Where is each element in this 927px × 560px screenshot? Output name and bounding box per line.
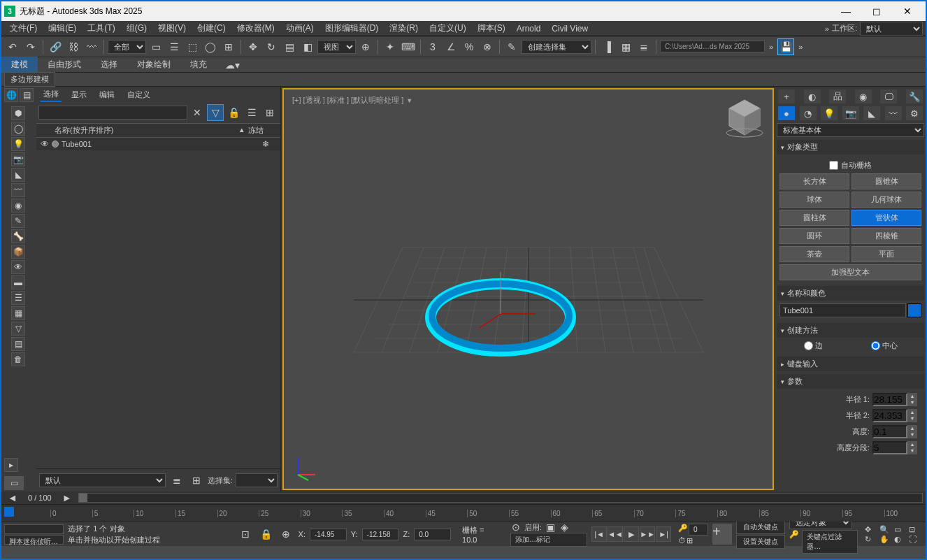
world-icon[interactable]: 🌐 <box>4 88 18 102</box>
menu-grapheditor[interactable]: 图形编辑器(D) <box>319 21 385 36</box>
hierarchy-tab-icon[interactable]: 品 <box>829 89 846 103</box>
prim-pyramid[interactable]: 四棱锥 <box>851 228 921 244</box>
window-crossing-icon[interactable]: ⊞ <box>220 38 237 55</box>
filter-helper-icon[interactable]: ◣ <box>11 168 25 182</box>
nav-orbit-icon[interactable]: ↻ <box>865 535 879 544</box>
menu-render[interactable]: 渲染(R) <box>384 21 424 36</box>
nav-dolly-icon[interactable]: ✋ <box>879 535 893 544</box>
filter-layer-icon[interactable]: ☰ <box>11 291 25 305</box>
motion-tab-icon[interactable]: ◉ <box>855 89 872 103</box>
filter-shape-icon[interactable]: ◯ <box>11 122 25 136</box>
project-path[interactable]: C:\Users\Ad…ds Max 2025 <box>660 41 765 52</box>
close-button[interactable]: ✕ <box>892 1 923 21</box>
rollout-name-color[interactable]: 名称和颜色 <box>777 286 924 301</box>
radius1-spinner[interactable]: ▲▼ <box>907 393 917 406</box>
col-name[interactable]: 名称(按升序排序) <box>55 125 240 136</box>
display-tab-icon[interactable]: 🖵 <box>880 89 897 103</box>
create-tab-icon[interactable]: + <box>778 89 795 103</box>
ribbon-tab-modeling[interactable]: 建模 <box>1 57 38 73</box>
nav-fov-icon[interactable]: ▭ <box>894 525 908 534</box>
cameras-icon[interactable]: 📷 <box>842 106 859 120</box>
ribbon-dropdown-icon[interactable]: ☁▾ <box>224 57 240 73</box>
scene-search-input[interactable] <box>38 106 187 120</box>
filter-toggle-icon[interactable]: ▽ <box>207 104 224 121</box>
method-center-radio[interactable]: 中心 <box>871 340 898 351</box>
expand-icon[interactable]: ▸ <box>4 458 18 472</box>
hseg-input[interactable] <box>872 441 907 454</box>
method-edge-radio[interactable]: 边 <box>804 340 823 351</box>
timeline[interactable]: 0510152025303540455055606570758085909510… <box>1 504 926 522</box>
placement-icon[interactable]: ◧ <box>299 38 316 55</box>
viewport[interactable]: [+] [透视 ] [标准 ] [默认明暗处理 ]▼ <box>282 88 774 490</box>
prim-box[interactable]: 长方体 <box>779 173 849 189</box>
geometry-icon[interactable]: ● <box>778 106 795 120</box>
coord-display-icon[interactable]: ⊕ <box>278 526 294 543</box>
filter-all-icon[interactable]: ▦ <box>11 306 25 320</box>
menu-arnold[interactable]: Arnold <box>511 22 547 35</box>
prim-cylinder[interactable]: 圆柱体 <box>779 210 849 226</box>
autogrid-check[interactable] <box>829 161 838 170</box>
add-time-tag[interactable]: 添加…标记 <box>510 533 587 547</box>
viewcube[interactable] <box>724 96 766 138</box>
scene-explorer-icon[interactable]: ▤ <box>20 88 34 102</box>
filter-light-icon[interactable]: 💡 <box>11 137 25 151</box>
autokey-button[interactable]: 自动关键点 <box>736 520 785 534</box>
filter-none-icon[interactable]: ▽ <box>11 322 25 336</box>
helpers-icon[interactable]: ◣ <box>863 106 880 120</box>
col-freeze[interactable]: 冻结 <box>248 125 276 136</box>
enable-a-icon[interactable]: ▣ <box>545 522 556 532</box>
layer-button[interactable]: ▭ <box>4 476 24 490</box>
visibility-icon[interactable]: 👁 <box>41 139 49 149</box>
select-object-icon[interactable]: ▭ <box>148 38 164 55</box>
key-filter-button[interactable]: 关键点过滤器… <box>802 530 858 554</box>
select-manipulate-icon[interactable]: ✦ <box>382 38 398 55</box>
radius1-input[interactable] <box>872 393 907 406</box>
key-icon[interactable]: 🔑 <box>789 530 801 541</box>
selection-filter[interactable]: 全部 <box>108 40 146 54</box>
prim-tube[interactable]: 管状体 <box>851 210 921 226</box>
goto-start-icon[interactable]: |◄ <box>591 526 607 542</box>
rollout-object-type[interactable]: 对象类型 <box>777 140 924 155</box>
layer-add-icon[interactable]: ⊞ <box>188 472 205 489</box>
list-view-icon[interactable]: ☰ <box>243 104 260 121</box>
scene-item[interactable]: 👁 Tube001 ❄ <box>36 138 280 150</box>
rollout-keyboard-entry[interactable]: 键盘输入 <box>777 357 924 371</box>
goto-end-icon[interactable]: ►| <box>656 526 671 542</box>
nav-pan-icon[interactable]: ✥ <box>865 525 879 534</box>
radius2-spinner[interactable]: ▲▼ <box>907 409 917 422</box>
prim-teapot[interactable]: 茶壶 <box>779 246 849 262</box>
tree-view-icon[interactable]: ⊞ <box>261 104 278 121</box>
time-config2-icon[interactable]: ⊞ <box>687 536 693 545</box>
color-swatch[interactable] <box>907 303 921 317</box>
mirror-icon[interactable]: ▐ <box>599 38 616 55</box>
height-input[interactable] <box>872 425 907 438</box>
scale-icon[interactable]: ▤ <box>281 38 298 55</box>
filter-spacewarp-icon[interactable]: 〰 <box>11 183 25 197</box>
menu-civilview[interactable]: Civil View <box>546 22 594 35</box>
z-coord[interactable]: 0.0 <box>414 529 451 540</box>
named-sel-set[interactable]: 创建选择集 <box>522 40 591 54</box>
ribbon-tab-fill[interactable]: 填充 <box>180 57 217 73</box>
filter-group-icon[interactable]: ◉ <box>11 199 25 213</box>
scene-tab-edit[interactable]: 编辑 <box>96 88 117 101</box>
menu-view[interactable]: 视图(V) <box>152 21 192 36</box>
systems-icon[interactable]: ⚙ <box>906 106 923 120</box>
filter-xref-icon[interactable]: ✎ <box>11 214 25 228</box>
nav-walk-icon[interactable]: ◐ <box>894 535 908 544</box>
nav-max-icon[interactable]: ⛶ <box>909 535 923 544</box>
percent-snap-icon[interactable]: % <box>461 38 477 55</box>
height-spinner[interactable]: ▲▼ <box>907 425 917 438</box>
keyboard-shortcut-icon[interactable]: ⌨ <box>400 38 417 55</box>
ribbon-tab-freeform[interactable]: 自由形式 <box>38 57 91 73</box>
enable-b-icon[interactable]: ◈ <box>559 522 570 532</box>
spinner-snap-icon[interactable]: ⊗ <box>479 38 496 55</box>
align-icon[interactable]: ▦ <box>617 38 634 55</box>
menu-anim[interactable]: 动画(A) <box>280 21 319 36</box>
filter-container-icon[interactable]: 📦 <box>11 245 25 259</box>
lock-selection-icon[interactable]: 🔒 <box>258 526 274 543</box>
y-coord[interactable]: -12.158 <box>362 529 399 540</box>
filter-bone-icon[interactable]: 🦴 <box>11 229 25 243</box>
prim-sphere[interactable]: 球体 <box>779 192 849 208</box>
filter-geometry-icon[interactable]: ⬢ <box>11 106 25 120</box>
select-region-rect-icon[interactable]: ⬚ <box>184 38 201 55</box>
